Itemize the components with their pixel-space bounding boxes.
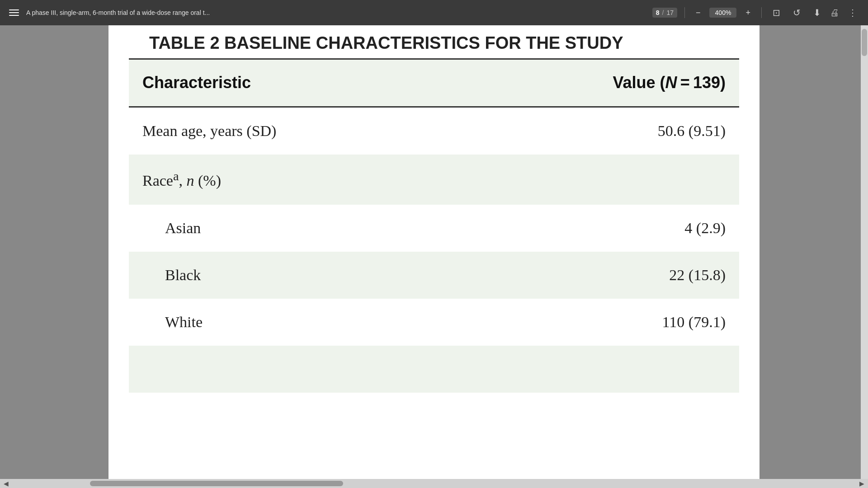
- table-row: Black 22 (15.8): [129, 252, 739, 299]
- characteristic-cell: [129, 346, 456, 393]
- divider-1: [684, 7, 685, 18]
- zoom-out-button[interactable]: −: [692, 7, 704, 19]
- characteristic-cell: Black: [129, 252, 456, 299]
- content-area: TABLE 2 BASELINE CHARACTERISTICS FOR THE…: [0, 25, 868, 488]
- value-cell: 22 (15.8): [456, 252, 739, 299]
- table-row: White 110 (79.1): [129, 299, 739, 346]
- history-button[interactable]: ↺: [789, 5, 804, 20]
- value-cell: [456, 346, 739, 393]
- document-page: TABLE 2 BASELINE CHARACTERISTICS FOR THE…: [108, 25, 760, 488]
- fit-page-button[interactable]: ⊡: [769, 5, 784, 20]
- scroll-left-arrow[interactable]: ◀: [0, 480, 12, 488]
- col-header-value: Value (N = 139): [456, 59, 739, 107]
- divider-2: [761, 7, 762, 18]
- table-title-partial: TABLE 2 BASELINE CHARACTERISTICS FOR THE…: [108, 25, 760, 58]
- right-scrollbar-thumb[interactable]: [862, 29, 867, 56]
- scrollbar-thumb[interactable]: [90, 481, 343, 486]
- characteristic-cell: Mean age, years (SD): [129, 107, 456, 155]
- characteristic-cell: Asian: [129, 205, 456, 252]
- scrollbar-track: [18, 481, 850, 486]
- table-row: Asian 4 (2.9): [129, 205, 739, 252]
- characteristics-table: Characteristic Value (N = 139) Mean age,…: [129, 58, 739, 393]
- toolbar-right-actions: ⬇ 🖨 ⋮: [810, 5, 861, 20]
- characteristic-cell: White: [129, 299, 456, 346]
- zoom-in-button[interactable]: +: [742, 7, 754, 19]
- current-page[interactable]: 8: [656, 9, 660, 16]
- page-indicator: 8 / 17: [652, 8, 677, 18]
- value-cell: [456, 155, 739, 205]
- total-pages: 17: [666, 9, 674, 16]
- right-scrollbar[interactable]: [861, 25, 868, 479]
- zoom-input[interactable]: [709, 8, 736, 18]
- table-row-partial: [129, 346, 739, 393]
- toolbar: A phase III, single-arm, 6-month trial o…: [0, 0, 868, 25]
- print-button[interactable]: 🖨: [826, 6, 843, 20]
- characteristic-cell: Racea, n (%): [129, 155, 456, 205]
- col-header-characteristic: Characteristic: [129, 59, 456, 107]
- value-cell: 110 (79.1): [456, 299, 739, 346]
- table-row: Mean age, years (SD) 50.6 (9.51): [129, 107, 739, 155]
- scroll-right-arrow[interactable]: ▶: [856, 480, 868, 488]
- menu-icon[interactable]: [7, 8, 21, 18]
- table-row: Racea, n (%): [129, 155, 739, 205]
- bottom-scrollbar[interactable]: ◀ ▶: [0, 479, 868, 488]
- document-title: A phase III, single-arm, 6-month trial o…: [26, 9, 647, 16]
- value-cell: 50.6 (9.51): [456, 107, 739, 155]
- value-cell: 4 (2.9): [456, 205, 739, 252]
- download-button[interactable]: ⬇: [810, 5, 825, 20]
- more-options-button[interactable]: ⋮: [844, 5, 861, 20]
